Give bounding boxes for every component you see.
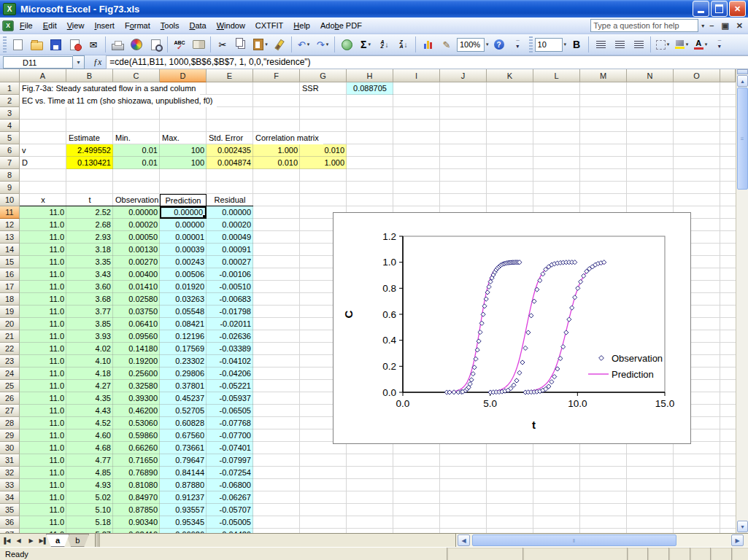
format-painter-button[interactable]: [270, 36, 289, 53]
cell-D27[interactable]: 0.52705: [160, 405, 207, 417]
row-header-16[interactable]: 16: [0, 268, 20, 281]
row-header-4[interactable]: 4: [0, 120, 20, 132]
cell-C15[interactable]: 0.00270: [113, 256, 160, 268]
column-header-C[interactable]: C: [113, 69, 160, 82]
select-all-corner[interactable]: [0, 69, 20, 82]
cell-G7[interactable]: 1.000: [300, 157, 347, 169]
cell-D36[interactable]: 0.95345: [160, 516, 207, 529]
font-color-button[interactable]: A▾: [691, 36, 710, 53]
cell-B32[interactable]: 4.85: [66, 467, 113, 479]
cell-B31[interactable]: 4.77: [66, 454, 113, 467]
redo-dropdown-icon[interactable]: ▾: [326, 42, 329, 47]
cell-A26[interactable]: 11.0: [20, 392, 66, 405]
cell-C33[interactable]: 0.81080: [113, 479, 160, 491]
help-dropdown-icon[interactable]: ▾: [701, 23, 704, 29]
cell-A18[interactable]: 11.0: [20, 293, 66, 306]
cell-E17[interactable]: -0.00510: [207, 281, 253, 293]
row-header-35[interactable]: 35: [0, 504, 20, 516]
cell-C20[interactable]: 0.06410: [113, 318, 160, 330]
row-header-18[interactable]: 18: [0, 293, 20, 306]
cell-C14[interactable]: 0.00130: [113, 244, 160, 256]
cell-D13[interactable]: 0.00001: [160, 231, 207, 244]
spelling-button[interactable]: ABC✓: [170, 36, 189, 53]
vertical-scroll-thumb[interactable]: ≡: [737, 88, 748, 190]
menu-tools[interactable]: Tools: [155, 18, 185, 33]
doc-close-icon[interactable]: ✕: [734, 21, 745, 31]
addin-pinwheel-button[interactable]: [127, 36, 146, 53]
cell-C23[interactable]: 0.19200: [113, 355, 160, 368]
cell-D23[interactable]: 0.23302: [160, 355, 207, 368]
cell-A20[interactable]: 11.0: [20, 318, 66, 330]
row-header-27[interactable]: 27: [0, 405, 20, 417]
borders-button[interactable]: ▾: [653, 36, 672, 53]
toolbar-options-icon[interactable]: ¯▾: [509, 36, 528, 53]
cell-E18[interactable]: -0.00683: [207, 293, 253, 306]
cell-C26[interactable]: 0.39300: [113, 392, 160, 405]
row-header-3[interactable]: 3: [0, 107, 20, 120]
row-header-29[interactable]: 29: [0, 429, 20, 442]
menu-insert[interactable]: Insert: [89, 18, 120, 33]
row-header-1[interactable]: 1: [0, 82, 20, 95]
column-header-J[interactable]: J: [440, 69, 487, 82]
cell-B17[interactable]: 3.60: [66, 281, 113, 293]
sort-descending-button[interactable]: ZA↓: [394, 36, 413, 53]
sheet-tab-b[interactable]: b: [66, 534, 89, 547]
align-center-button[interactable]: [610, 36, 629, 53]
cell-G6[interactable]: 0.010: [300, 144, 347, 157]
font-size-dropdown-icon[interactable]: ▾: [564, 42, 567, 47]
cell-D26[interactable]: 0.45237: [160, 392, 207, 405]
tab-split-handle[interactable]: [95, 534, 100, 547]
cell-F7[interactable]: 0.010: [253, 157, 300, 169]
cell-B25[interactable]: 4.27: [66, 380, 113, 392]
cell-H1[interactable]: 0.088705: [347, 82, 393, 95]
drawing-button[interactable]: ✎: [437, 36, 456, 53]
cell-C6[interactable]: 0.01: [113, 144, 160, 157]
cell-C19[interactable]: 0.03750: [113, 306, 160, 318]
column-header-K[interactable]: K: [487, 69, 533, 82]
copy-button[interactable]: [232, 36, 251, 53]
chart-wizard-button[interactable]: [418, 36, 437, 53]
menu-cxtfit[interactable]: CXTFIT: [250, 18, 289, 33]
cell-E34[interactable]: -0.06267: [207, 491, 253, 504]
cell-B30[interactable]: 4.68: [66, 442, 113, 454]
cell-F6[interactable]: 1.000: [253, 144, 300, 157]
cell-C17[interactable]: 0.01410: [113, 281, 160, 293]
row-header-33[interactable]: 33: [0, 479, 20, 491]
cell-D11[interactable]: 0.00000: [160, 206, 207, 219]
cell-C13[interactable]: 0.00050: [113, 231, 160, 244]
save-button[interactable]: [46, 36, 65, 53]
cell-G1[interactable]: SSR: [300, 82, 347, 95]
cell-E36[interactable]: -0.05005: [207, 516, 253, 529]
column-header-D[interactable]: D: [160, 69, 207, 82]
row-header-22[interactable]: 22: [0, 343, 20, 355]
cell-A30[interactable]: 11.0: [20, 442, 66, 454]
cell-A1[interactable]: Fig.7-3a: Steady saturated flow in a san…: [20, 82, 200, 95]
bold-button[interactable]: B: [567, 36, 586, 53]
cell-E14[interactable]: 0.00091: [207, 244, 253, 256]
fill-color-dropdown-icon[interactable]: ▾: [686, 42, 689, 47]
row-header-32[interactable]: 32: [0, 467, 20, 479]
cell-E12[interactable]: 0.00020: [207, 219, 253, 231]
row-header-2[interactable]: 2: [0, 95, 20, 107]
cell-A34[interactable]: 11.0: [20, 491, 66, 504]
scroll-left-icon[interactable]: ◀: [458, 534, 470, 546]
row-header-8[interactable]: 8: [0, 169, 20, 182]
cell-E11[interactable]: 0.00000: [207, 206, 253, 219]
cell-D24[interactable]: 0.29806: [160, 368, 207, 380]
menu-view[interactable]: View: [62, 18, 90, 33]
row-header-21[interactable]: 21: [0, 330, 20, 343]
cell-B28[interactable]: 4.52: [66, 417, 113, 429]
zoom-button[interactable]: 100%▾: [456, 36, 490, 53]
cell-D28[interactable]: 0.60828: [160, 417, 207, 429]
cell-D32[interactable]: 0.84144: [160, 467, 207, 479]
insert-function-icon[interactable]: ƒx: [85, 57, 106, 68]
cell-B15[interactable]: 3.35: [66, 256, 113, 268]
open-button[interactable]: [27, 36, 46, 53]
menu-edit[interactable]: Edit: [38, 18, 62, 33]
cell-E27[interactable]: -0.06505: [207, 405, 253, 417]
row-header-34[interactable]: 34: [0, 491, 20, 504]
row-header-13[interactable]: 13: [0, 231, 20, 244]
cell-C7[interactable]: 0.01: [113, 157, 160, 169]
row-header-10[interactable]: 10: [0, 194, 20, 206]
help-question-input[interactable]: Type a question for help: [590, 19, 698, 32]
